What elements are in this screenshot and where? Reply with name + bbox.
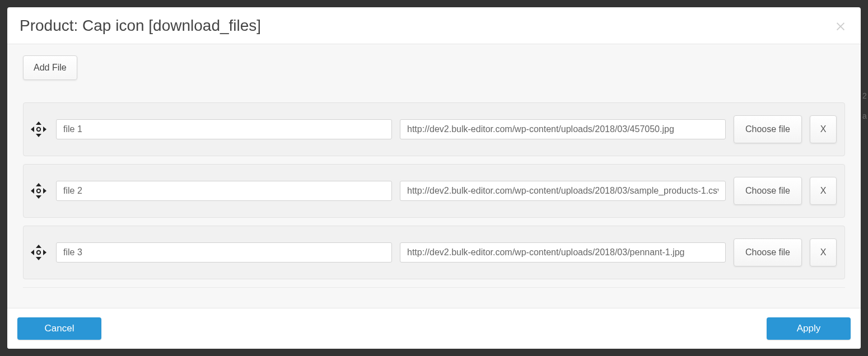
file-row: Choose file X xyxy=(23,226,845,279)
svg-marker-13 xyxy=(43,250,46,255)
modal-header: Product: Cap icon [download_files] xyxy=(7,7,861,44)
cancel-button[interactable]: Cancel xyxy=(17,317,101,340)
svg-marker-6 xyxy=(36,195,41,199)
svg-marker-7 xyxy=(31,188,34,194)
remove-file-button[interactable]: X xyxy=(810,238,837,266)
svg-marker-12 xyxy=(31,250,34,255)
separator xyxy=(23,287,845,288)
svg-marker-8 xyxy=(43,188,46,194)
choose-file-button[interactable]: Choose file xyxy=(734,115,802,143)
svg-marker-11 xyxy=(36,257,41,260)
drag-handle-icon[interactable] xyxy=(29,181,48,200)
svg-point-9 xyxy=(37,189,40,193)
svg-marker-5 xyxy=(36,183,41,186)
file-row: Choose file X xyxy=(23,164,845,218)
drag-handle-icon[interactable] xyxy=(29,243,48,262)
svg-marker-1 xyxy=(36,134,41,137)
choose-file-button[interactable]: Choose file xyxy=(734,238,802,266)
file-name-input[interactable] xyxy=(56,119,392,139)
close-icon[interactable] xyxy=(833,18,848,34)
download-files-modal: Product: Cap icon [download_files] Add F… xyxy=(7,7,861,349)
svg-marker-3 xyxy=(43,127,46,132)
remove-file-button[interactable]: X xyxy=(810,115,837,143)
svg-marker-10 xyxy=(36,245,41,248)
apply-button[interactable]: Apply xyxy=(767,317,851,340)
modal-body: Add File Choose file X Choose file X xyxy=(7,44,861,308)
svg-marker-2 xyxy=(31,127,34,132)
file-rows: Choose file X Choose file X Choose file xyxy=(23,102,845,279)
modal-footer: Cancel Apply xyxy=(7,308,861,349)
bg-text-1: 2 xyxy=(862,92,868,100)
choose-file-button[interactable]: Choose file xyxy=(734,177,802,205)
file-name-input[interactable] xyxy=(56,181,392,201)
file-row: Choose file X xyxy=(23,102,845,156)
remove-file-button[interactable]: X xyxy=(810,177,837,205)
file-name-input[interactable] xyxy=(56,242,392,263)
bg-text-2: a xyxy=(862,112,868,120)
file-url-input[interactable] xyxy=(400,119,726,139)
add-file-button[interactable]: Add File xyxy=(23,55,77,80)
drag-handle-icon[interactable] xyxy=(29,120,48,139)
file-url-input[interactable] xyxy=(400,242,726,263)
modal-title: Product: Cap icon [download_files] xyxy=(20,17,261,35)
svg-point-14 xyxy=(37,251,40,254)
svg-marker-0 xyxy=(36,121,41,125)
file-url-input[interactable] xyxy=(400,181,726,201)
svg-point-4 xyxy=(37,128,40,131)
